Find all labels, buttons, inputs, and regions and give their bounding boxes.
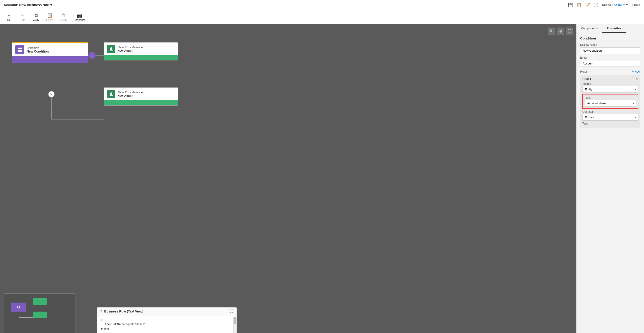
- svg-rect-6: [17, 306, 18, 307]
- mini-action-node-1: [33, 298, 47, 305]
- entity-label: Entity: [580, 56, 640, 59]
- fit-view-button[interactable]: ⛶: [566, 28, 573, 35]
- connector-line-h2: [52, 119, 104, 120]
- text-view-scroll[interactable]: [234, 316, 236, 333]
- right-panel: Components Properties Condition Display …: [576, 24, 644, 333]
- cut-button[interactable]: ✂ Cut: [16, 12, 29, 22]
- rules-label: Rules: [580, 70, 588, 73]
- action-2-footer: [104, 100, 178, 105]
- mini-connector-v: [19, 306, 20, 317]
- then-label: THEN: [101, 328, 233, 331]
- copy-icon: ⧉: [34, 13, 38, 18]
- rule-1-close-button[interactable]: ✕: [636, 77, 638, 80]
- type-section: Type: [582, 122, 638, 125]
- operator-label: Operator: [582, 110, 638, 114]
- page-title: Account: New business rule: [4, 3, 49, 7]
- cut-icon: ✂: [21, 13, 24, 18]
- main-container: 🔍 ⊕ ⛶ Condition New Condition: [0, 24, 644, 333]
- delete-icon: 🗑: [61, 13, 66, 18]
- toolbar: ＋ Add ✂ Cut ⧉ Copy 📋 Paste 🗑 Delete 📷 Sn…: [0, 10, 644, 24]
- add-button[interactable]: ＋ Add: [3, 11, 15, 23]
- mini-action-node-2: [33, 312, 47, 318]
- scope-text-label: Scope :: [602, 3, 613, 6]
- rules-icon[interactable]: 📝: [585, 2, 590, 8]
- panel-content: Condition Display Name Entity Rules + Ne…: [576, 33, 644, 131]
- action-node-1[interactable]: Show Error Message New Action: [104, 42, 178, 60]
- condition-val: "Jones": [135, 322, 145, 326]
- snapshot-icon: 📷: [77, 13, 82, 18]
- svg-rect-2: [18, 50, 20, 52]
- history-icon[interactable]: 🕐: [594, 2, 598, 8]
- text-view-header: ≡ Business Rule (Text View) ⛶: [97, 308, 236, 316]
- rule-1-box: Rule 1 ✕ Source Entity ▾ Field Account N…: [580, 75, 640, 128]
- tab-properties[interactable]: Properties: [602, 24, 626, 33]
- zoom-out-button[interactable]: 🔍: [548, 28, 555, 35]
- title-bar-right: 💾 📋 📝 🕐 Scope : Account ▾ ? Help: [568, 2, 640, 8]
- action-2-type: Show Error Message: [118, 91, 143, 94]
- source-label: Source: [582, 82, 638, 86]
- svg-rect-0: [18, 48, 20, 50]
- condition-op: equals: [126, 322, 134, 326]
- action-1-name: New Action: [118, 49, 143, 52]
- condition-text: Account Name equals "Jones": [104, 322, 233, 326]
- type-label: Type: [582, 122, 638, 125]
- action-node-1-header: Show Error Message New Action: [104, 42, 178, 55]
- display-name-label: Display Name: [580, 43, 640, 46]
- rules-header: Rules + New: [580, 70, 640, 73]
- field-label-text: Field: [585, 96, 636, 100]
- zoom-in-button[interactable]: ⊕: [557, 28, 564, 35]
- field-select-wrapper: Account Name ▾: [585, 100, 636, 107]
- svg-rect-3: [20, 50, 22, 52]
- mini-connector-1: [26, 306, 33, 306]
- snapshot-button[interactable]: 📷 Snapshot: [71, 12, 88, 22]
- field-select[interactable]: Account Name: [585, 100, 636, 107]
- properties-icon[interactable]: 📋: [576, 2, 581, 8]
- panel-tabs: Components Properties: [576, 24, 644, 33]
- scope-value[interactable]: Account: [614, 3, 625, 6]
- tab-components[interactable]: Components: [576, 24, 602, 33]
- field-highlighted-box: Field Account Name ▾: [582, 94, 638, 109]
- scope-chevron[interactable]: ▾: [626, 3, 628, 6]
- close-badge[interactable]: ✕: [48, 91, 54, 98]
- title-bar-left: Account: New business rule ▾: [4, 3, 52, 7]
- svg-point-5: [110, 92, 112, 94]
- mini-condition-node: [10, 302, 26, 312]
- add-new-rule-button[interactable]: + New: [632, 70, 640, 73]
- display-name-input[interactable]: [580, 47, 640, 54]
- canvas-area[interactable]: 🔍 ⊕ ⛶ Condition New Condition: [0, 24, 576, 333]
- mini-map: ⛶: [4, 293, 76, 333]
- help-button[interactable]: ? Help: [631, 3, 640, 6]
- delete-button[interactable]: 🗑 Delete: [57, 12, 70, 22]
- mini-connector-2: [19, 317, 33, 318]
- operator-select[interactable]: Equals: [582, 114, 638, 120]
- check-badge: ✓: [88, 52, 96, 59]
- title-chevron[interactable]: ▾: [50, 3, 52, 7]
- svg-rect-1: [20, 48, 22, 50]
- text-view-icon: ≡: [100, 309, 102, 314]
- svg-rect-8: [17, 307, 18, 308]
- copy-button[interactable]: ⧉ Copy: [30, 12, 42, 22]
- mini-map-expand[interactable]: ⛶: [72, 294, 74, 298]
- action-1-icon: [107, 45, 115, 53]
- action-node-2[interactable]: Show Error Message New Action: [104, 88, 178, 106]
- text-view-title-label: Business Rule (Text View): [104, 310, 143, 313]
- condition-node[interactable]: Condition New Condition: [12, 42, 88, 63]
- text-view-panel: ≡ Business Rule (Text View) ⛶ IF Account…: [97, 307, 237, 333]
- save-icon[interactable]: 💾: [568, 2, 573, 8]
- paste-icon: 📋: [47, 13, 52, 18]
- source-select[interactable]: Entity: [582, 86, 638, 93]
- rule-1-title: Rule 1: [582, 77, 591, 80]
- paste-button[interactable]: 📋 Paste: [43, 12, 56, 22]
- operator-select-wrapper: Equals ▾: [582, 114, 638, 120]
- scope-label: Scope : Account ▾: [602, 3, 628, 6]
- condition-icon: [15, 45, 24, 54]
- action-node-2-header: Show Error Message New Action: [104, 88, 178, 100]
- condition-display-name: New Condition: [26, 50, 49, 53]
- source-select-wrapper: Entity ▾: [582, 86, 638, 93]
- rule-1-header: Rule 1 ✕: [582, 77, 638, 80]
- action-1-footer: [104, 55, 178, 60]
- condition-node-footer: [12, 56, 88, 63]
- entity-input[interactable]: [580, 60, 640, 67]
- action-1-type: Show Error Message: [118, 46, 143, 49]
- text-view-expand-button[interactable]: ⛶: [230, 309, 234, 314]
